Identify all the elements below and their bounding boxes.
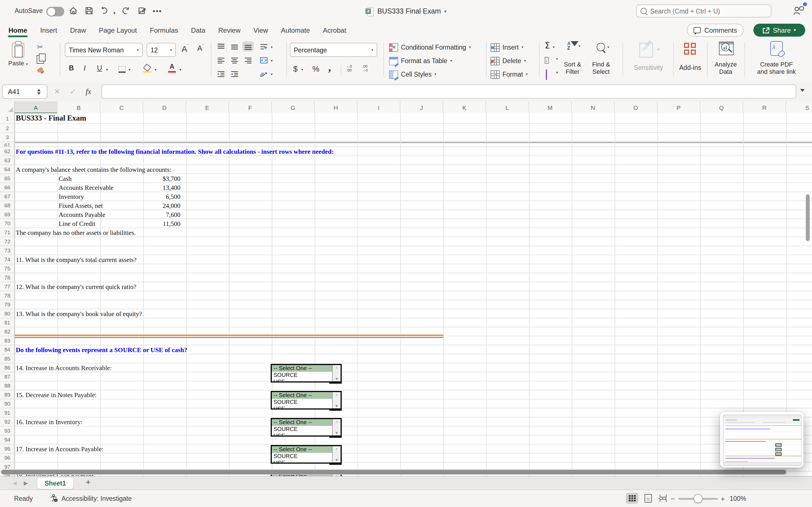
text-orientation-button[interactable]: ab bbox=[258, 69, 269, 78]
underline-button[interactable]: U bbox=[97, 64, 102, 72]
grid-row-71[interactable]: 71The company has no other assets or lia… bbox=[0, 228, 812, 237]
cell-D65[interactable]: $3,700 bbox=[143, 174, 181, 182]
cell-A77[interactable]: 12. What is the company's current quick … bbox=[16, 282, 137, 291]
grid-row-74[interactable]: 7411. What is the company's total curren… bbox=[0, 255, 812, 264]
decrease-decimal-button[interactable]: ←0 .00 bbox=[346, 64, 352, 72]
grid-row-73[interactable]: 73 bbox=[0, 246, 812, 255]
grid-row-75[interactable]: 75 bbox=[0, 264, 812, 273]
cell-A86[interactable]: 14. Increase in Accounts Receivable: bbox=[16, 363, 112, 372]
cell-A64[interactable]: A company's balance sheet contains the f… bbox=[16, 165, 171, 173]
column-header-Q[interactable]: Q bbox=[700, 101, 743, 113]
borders-dropdown-chevron[interactable]: ▾ bbox=[129, 68, 131, 72]
borders-button[interactable] bbox=[118, 66, 126, 73]
row-header-77[interactable]: 77 bbox=[0, 282, 15, 291]
insert-cells-button[interactable]: Insert▾ bbox=[491, 41, 523, 54]
underline-dropdown-chevron[interactable]: ▾ bbox=[106, 68, 108, 72]
cell-A1[interactable]: BUS333 - Final Exam bbox=[16, 113, 86, 123]
autosum-button[interactable]: Σ ▾ bbox=[545, 41, 555, 51]
percent-format-button[interactable]: % bbox=[312, 64, 319, 73]
cell-A95[interactable]: 17. Increase in Accounts Payable: bbox=[16, 445, 103, 453]
row-header-89[interactable]: 89 bbox=[0, 390, 15, 399]
column-header-F[interactable]: F bbox=[229, 101, 272, 113]
grid-row-66[interactable]: 66Accounts Receivable13,400 bbox=[0, 183, 812, 192]
grid-row-87[interactable]: 87 bbox=[0, 372, 812, 381]
cut-button[interactable]: ✂ bbox=[35, 43, 45, 52]
row-header-72[interactable]: 72 bbox=[0, 237, 15, 245]
grid-row-79[interactable]: 79 bbox=[0, 300, 812, 309]
source-use-listbox[interactable]: -- Select One --SOURCEUSE▲▼ bbox=[271, 364, 342, 383]
conditional-formatting-button[interactable]: Conditional Formatting▾ bbox=[389, 41, 471, 54]
cancel-icon[interactable]: ✕ bbox=[54, 87, 60, 96]
align-bottom-button[interactable] bbox=[243, 42, 254, 51]
listbox-option[interactable]: SOURCE bbox=[272, 426, 332, 433]
listbox-scrollbar[interactable]: ▲▼ bbox=[332, 419, 341, 436]
listbox-option[interactable]: USE bbox=[272, 460, 332, 462]
listbox-option[interactable]: -- Select One -- bbox=[272, 419, 332, 426]
grid-row-76[interactable]: 76 bbox=[0, 273, 812, 282]
increase-font-size-button[interactable]: Aˆ bbox=[182, 44, 189, 54]
prev-sheet-arrow[interactable]: ◀ bbox=[12, 480, 17, 486]
ribbon-tab-page-layout[interactable]: Page Layout bbox=[98, 26, 138, 34]
grid-row-72[interactable]: 72 bbox=[0, 237, 812, 246]
cell-D67[interactable]: 6,500 bbox=[143, 192, 181, 201]
listbox-option[interactable]: USE bbox=[272, 433, 332, 436]
row-header-96[interactable]: 96 bbox=[0, 453, 15, 462]
cell-D66[interactable]: 13,400 bbox=[143, 183, 181, 191]
ribbon-tab-data[interactable]: Data bbox=[191, 26, 206, 34]
cell-B66[interactable]: Accounts Receivable bbox=[59, 183, 114, 191]
grid-row-1[interactable]: 1BUS333 - Final Exam bbox=[0, 113, 812, 124]
row-header-75[interactable]: 75 bbox=[0, 264, 15, 273]
row-header-3[interactable]: 3 bbox=[0, 133, 15, 142]
sheet-tab-active[interactable]: Sheet1 bbox=[37, 478, 73, 489]
grid-row-92[interactable]: 9216. Increase in Inventory:-- Select On… bbox=[0, 417, 812, 427]
align-center-button[interactable] bbox=[229, 55, 240, 65]
comments-button[interactable]: Comments bbox=[687, 24, 744, 37]
column-header-R[interactable]: R bbox=[743, 101, 786, 113]
zoom-out-button[interactable]: − bbox=[670, 495, 675, 503]
page-layout-view-button[interactable] bbox=[642, 493, 654, 504]
format-cells-button[interactable]: Format▾ bbox=[491, 68, 528, 81]
name-box[interactable]: A41 bbox=[2, 84, 47, 99]
next-sheet-arrow[interactable]: ▶ bbox=[24, 480, 28, 486]
enter-icon[interactable]: ✓ bbox=[70, 87, 76, 96]
row-header-70[interactable]: 70 bbox=[0, 219, 15, 228]
ribbon-tab-insert[interactable]: Insert bbox=[40, 26, 58, 34]
formula-input[interactable] bbox=[101, 84, 796, 99]
listbox-option[interactable]: USE bbox=[272, 379, 332, 381]
search-input[interactable]: Search (Cmd + Ctrl + U) bbox=[636, 4, 771, 17]
format-as-table-button[interactable]: Format as Table▾ bbox=[389, 54, 452, 68]
row-header-83[interactable]: 83 bbox=[0, 336, 15, 345]
listbox-option[interactable]: SOURCE bbox=[272, 399, 332, 406]
sort-filter-button[interactable]: AZ ▾ bbox=[567, 42, 580, 51]
listbox-option[interactable]: SOURCE bbox=[272, 453, 332, 460]
listbox-option[interactable]: SOURCE bbox=[272, 372, 332, 379]
row-header-95[interactable]: 95 bbox=[0, 445, 15, 453]
listbox-scrollbar[interactable]: ▲▼ bbox=[332, 365, 341, 381]
column-header-E[interactable]: E bbox=[186, 101, 229, 113]
formula-bar-expand-chevron[interactable] bbox=[800, 89, 805, 94]
cell-B67[interactable]: Inventory bbox=[59, 192, 84, 201]
row-header-92[interactable]: 92 bbox=[0, 417, 15, 426]
grid-row-86[interactable]: 8614. Increase in Accounts Receivable:--… bbox=[0, 363, 812, 372]
copy-button[interactable] bbox=[35, 54, 45, 63]
align-top-button[interactable] bbox=[215, 42, 227, 51]
row-header-82[interactable]: 82 bbox=[0, 327, 15, 336]
row-header-85[interactable]: 85 bbox=[0, 354, 15, 363]
column-header-H[interactable]: H bbox=[315, 101, 357, 113]
grid-row-68[interactable]: 68Fixed Assets, net24,000 bbox=[0, 201, 812, 210]
document-title[interactable]: BUS333 Final Exam bbox=[377, 7, 441, 15]
row-header-64[interactable]: 64 bbox=[0, 165, 15, 173]
listbox-option[interactable]: -- Select One -- bbox=[272, 392, 332, 399]
fill-button[interactable]: ↓ bbox=[545, 54, 548, 64]
row-header-63[interactable]: 63 bbox=[0, 156, 15, 165]
row-header-76[interactable]: 76 bbox=[0, 273, 15, 282]
account-icon[interactable] bbox=[792, 5, 805, 16]
comma-format-button[interactable]: , bbox=[328, 61, 331, 74]
grid-row-64[interactable]: 64A company's balance sheet contains the… bbox=[0, 165, 812, 174]
zoom-in-button[interactable]: + bbox=[721, 495, 725, 503]
row-header-88[interactable]: 88 bbox=[0, 381, 15, 390]
fill-color-button[interactable] bbox=[143, 65, 151, 73]
grid-row-88[interactable]: 88 bbox=[0, 381, 812, 390]
column-header-M[interactable]: M bbox=[529, 101, 572, 113]
merge-center-button[interactable] bbox=[258, 55, 269, 65]
